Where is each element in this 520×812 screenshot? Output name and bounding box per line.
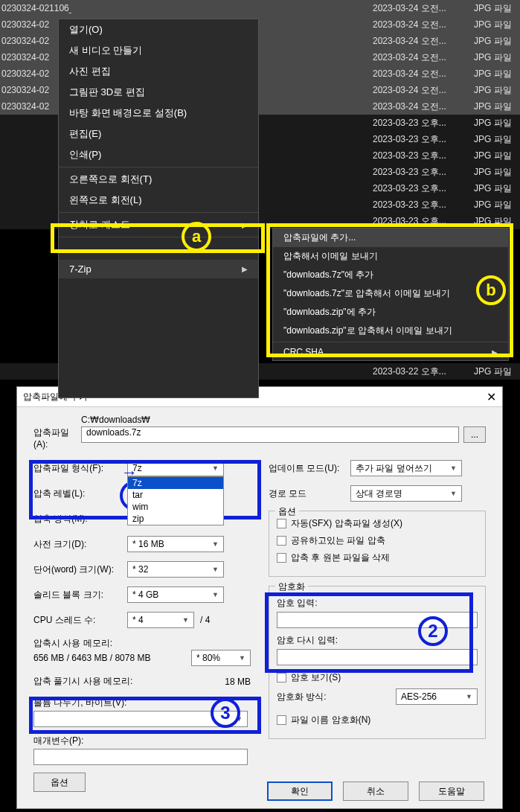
help-button[interactable]: 도움말 <box>419 781 484 801</box>
pathmode-combo[interactable]: 상대 경로명 ▼ <box>350 485 462 502</box>
chevron-right-icon: ▶ <box>242 265 248 273</box>
mem-percent-combo[interactable]: * 80% ▼ <box>191 650 251 666</box>
enc-method-label: 암호화 방식: <box>277 691 344 703</box>
menu-rotate-right[interactable]: 오른쪽으로 회전(T) <box>59 169 258 190</box>
solid-value: * 4 GB <box>132 589 158 600</box>
mem-decompress-value: 18 MB <box>225 677 251 687</box>
file-date: 2023-03-23 오후... <box>367 180 468 196</box>
menu-7zip[interactable]: 7-Zip▶ <box>59 260 258 278</box>
enc-method-value: AES-256 <box>401 691 437 702</box>
file-type: JPG 파일 <box>468 49 520 65</box>
chevron-down-icon: ▼ <box>450 490 457 497</box>
ok-button[interactable]: 확인 <box>267 781 333 801</box>
file-type: JPG 파일 <box>468 65 520 82</box>
browse-button[interactable]: ... <box>463 426 486 443</box>
chevron-down-icon: ▼ <box>466 693 472 700</box>
sfx-checkbox[interactable] <box>277 519 286 528</box>
file-date: 2023-03-23 오후... <box>367 196 468 213</box>
file-type: JPG 파일 <box>468 0 520 16</box>
context-menu: 열기(O) 새 비디오 만들기 사진 편집 그림판 3D로 편집 바탕 화면 배… <box>58 19 259 398</box>
share-label: 공유하고있는 파일 압축 <box>291 534 385 547</box>
param-input[interactable] <box>33 749 248 765</box>
chevron-down-icon: ▼ <box>212 540 219 548</box>
format-option-7z[interactable]: 7z <box>128 477 223 489</box>
enc-method-combo[interactable]: AES-256 ▼ <box>396 688 478 705</box>
password-input[interactable] <box>277 612 478 628</box>
chevron-down-icon: ▼ <box>450 464 457 472</box>
sfx-label: 자동(SFX) 압축파일 생성(X) <box>291 517 402 530</box>
word-label: 단어(word) 크기(W): <box>33 563 127 576</box>
cancel-button[interactable]: 취소 <box>343 781 408 801</box>
submenu-add-archive[interactable]: 압축파일에 추가... <box>273 228 508 247</box>
annotation-circle-2: 2 <box>418 616 448 646</box>
format-option-zip[interactable]: zip <box>128 513 223 525</box>
file-date: 2023-03-24 오전... <box>367 65 468 82</box>
file-row[interactable]: 0230324-021106_KakaoTalk.jpg2023-03-24 오… <box>0 0 520 16</box>
format-label: 압축파일 형식(F): <box>33 462 127 475</box>
menu-separator <box>59 237 258 237</box>
file-type: JPG 파일 <box>468 213 520 229</box>
close-button[interactable]: ✕ <box>487 390 496 404</box>
file-date: 2023-03-23 오후... <box>367 147 468 164</box>
menu-edit[interactable]: 편집(E) <box>59 124 258 144</box>
update-combo[interactable]: 추가 파일 덮어쓰기 ▼ <box>350 460 462 476</box>
submenu-add-zip[interactable]: "downloads.zip"에 추가 <box>273 303 508 322</box>
options-legend: 옵션 <box>275 505 299 518</box>
method-label: 압축 방식(M): <box>33 513 127 525</box>
chevron-right-icon: ▶ <box>242 221 248 229</box>
pathmode-label: 경로 모드 <box>269 487 350 500</box>
archive-name-combo[interactable]: downloads.7z <box>81 426 459 443</box>
archive-name-value: downloads.7z <box>86 427 141 438</box>
file-date: 2023-03-23 오후... <box>367 131 468 147</box>
format-dropdown-list: 7z tar wim zip <box>127 476 224 525</box>
cpu-max: / 4 <box>200 615 210 625</box>
menu-rotate-left[interactable]: 왼쪽으로 회전(L) <box>59 190 258 211</box>
dict-combo[interactable]: * 16 MB ▼ <box>127 536 224 552</box>
dict-label: 사전 크기(D): <box>33 538 127 551</box>
solid-label: 솔리드 블록 크기: <box>33 589 127 601</box>
file-type: JPG 파일 <box>468 16 520 33</box>
delete-checkbox[interactable] <box>277 553 286 563</box>
encryption-fieldset: 암호화 2 암호 입력: 암호 다시 입력: 암호 보기(S) 암호화 방식: … <box>269 586 486 739</box>
menu-open[interactable]: 열기(O) <box>59 19 258 40</box>
menu-new-video[interactable]: 새 비디오 만들기 <box>59 40 258 61</box>
file-date: 2023-03-24 오전... <box>367 16 468 33</box>
format-option-tar[interactable]: tar <box>128 489 223 501</box>
file-type: JPG 파일 <box>468 98 520 115</box>
menu-print[interactable]: 인쇄(P) <box>59 144 258 165</box>
submenu-add-7z[interactable]: "downloads.7z"에 추가 <box>273 266 508 284</box>
options-fieldset: 옵션 자동(SFX) 압축파일 생성(X) 공유하고있는 파일 압축 압축 후 … <box>269 511 486 577</box>
mem-percent-value: * 80% <box>196 653 220 663</box>
dict-value: * 16 MB <box>132 539 164 549</box>
left-column: → 1 압축파일 형식(F): 7z ▼ 7z tar <box>33 460 251 792</box>
format-option-wim[interactable]: wim <box>128 501 223 513</box>
password2-input[interactable] <box>277 649 478 665</box>
submenu-compress-email[interactable]: 압축해서 이메일 보내기 <box>273 247 508 266</box>
menu-wallpaper[interactable]: 바탕 화면 배경으로 설정(B) <box>59 103 258 124</box>
file-date: 2023-03-24 오전... <box>367 98 468 115</box>
submenu-7z-email[interactable]: "downloads.7z"로 압축해서 이메일 보내기 <box>273 284 508 303</box>
update-value: 추가 파일 덮어쓰기 <box>356 462 432 475</box>
share-checkbox[interactable] <box>277 536 286 546</box>
encryption-legend: 암호화 <box>275 581 308 593</box>
file-type: JPG 파일 <box>468 115 520 131</box>
explorer-section: 0230324-021106_KakaoTalk.jpg2023-03-24 오… <box>0 0 520 384</box>
dialog-button-row: 확인 취소 도움말 <box>17 781 502 801</box>
file-type: JPG 파일 <box>468 196 520 213</box>
menu-paint3d[interactable]: 그림판 3D로 편집 <box>59 82 258 103</box>
word-combo[interactable]: * 32 ▼ <box>127 561 224 578</box>
cpu-combo[interactable]: * 4 ▼ <box>127 612 194 628</box>
file-date: 2023-03-23 오후... <box>367 164 468 180</box>
show-password-checkbox[interactable] <box>277 673 286 682</box>
menu-edit-photo[interactable]: 사진 편집 <box>59 61 258 82</box>
right-column: 업데이트 모드(U): 추가 파일 덮어쓰기 ▼ 경로 모드 상대 경로명 ▼ <box>269 460 486 792</box>
encrypt-filenames-checkbox[interactable] <box>277 715 286 725</box>
encrypt-filenames-label: 파일 이름 암호화(N) <box>291 714 370 726</box>
level-label: 압축 레벨(L): <box>33 487 127 500</box>
solid-combo[interactable]: * 4 GB ▼ <box>127 586 224 603</box>
format-combo[interactable]: 7z ▼ <box>127 460 224 476</box>
submenu-crc-sha[interactable]: CRC SHA▶ <box>273 344 508 360</box>
menu-cast[interactable]: 장치로 캐스트▶ <box>59 214 258 235</box>
submenu-zip-email[interactable]: "downloads.zip"로 압축해서 이메일 보내기 <box>273 322 508 340</box>
file-date: 2023-03-24 오전... <box>367 33 468 49</box>
